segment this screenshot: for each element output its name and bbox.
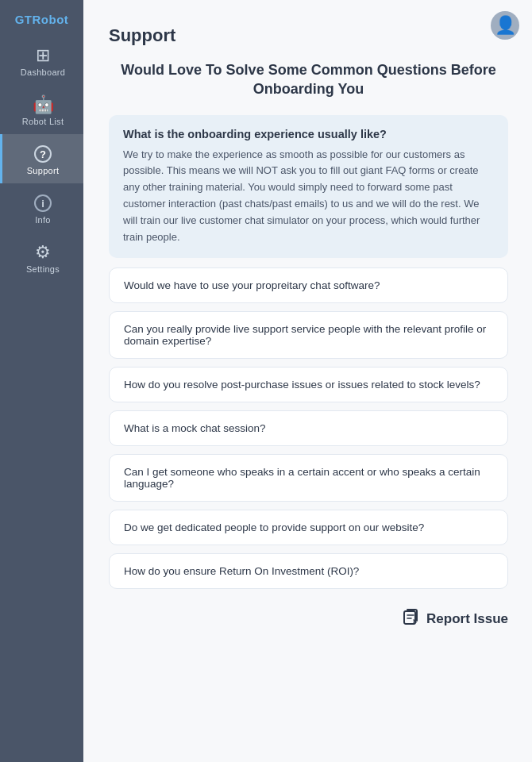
faq-question-5: Can I get someone who speaks in a certai…	[124, 466, 480, 490]
faq-item-1[interactable]: Would we have to use your propreitary ch…	[109, 267, 508, 303]
faq-question-2: Can you really provide live support serv…	[124, 323, 486, 347]
main-content: 👤 Support Would Love To Solve Some Commo…	[83, 0, 532, 762]
sidebar-item-robot-list[interactable]: 🤖 Robot List	[0, 85, 83, 134]
report-issue-label: Report Issue	[426, 611, 508, 627]
faq-item-5[interactable]: Can I get someone who speaks in a certai…	[109, 454, 508, 502]
sidebar-item-settings[interactable]: ⚙ Settings	[0, 233, 83, 282]
sidebar-item-support[interactable]: ? Support	[0, 134, 83, 183]
faq-expanded-item[interactable]: What is the onboarding experience usuall…	[109, 115, 508, 259]
support-icon: ?	[34, 145, 52, 163]
faq-item-7[interactable]: How do you ensure Return On Investment (…	[109, 553, 508, 589]
faq-question-7: How do you ensure Return On Investment (…	[124, 565, 359, 577]
faq-item-4[interactable]: What is a mock chat session?	[109, 410, 508, 446]
faq-item-2[interactable]: Can you really provide live support serv…	[109, 311, 508, 359]
faq-expanded-question: What is the onboarding experience usuall…	[123, 128, 494, 140]
robot-icon: 🤖	[33, 96, 54, 114]
sidebar-item-info[interactable]: i Info	[0, 183, 83, 233]
page-title: Support	[109, 25, 508, 46]
section-heading: Would Love To Solve Some Common Question…	[109, 60, 508, 99]
app-logo: GTRobot	[0, 0, 83, 36]
sidebar-label-robot-list: Robot List	[22, 117, 64, 126]
faq-item-6[interactable]: Do we get dedicated people to provide su…	[109, 510, 508, 545]
dashboard-icon: ⊞	[36, 47, 50, 64]
faq-question-3: How do you resolve post-purchase issues …	[124, 379, 480, 391]
logo-text: GTRobot	[15, 13, 69, 26]
faq-question-1: Would we have to use your propreitary ch…	[124, 279, 380, 291]
faq-question-6: Do we get dedicated people to provide su…	[124, 521, 424, 533]
faq-question-4: What is a mock chat session?	[124, 422, 266, 434]
sidebar-label-dashboard: Dashboard	[21, 67, 66, 77]
avatar[interactable]: 👤	[491, 11, 519, 40]
report-issue-icon	[403, 608, 420, 629]
faq-expanded-answer: We try to make the experience as smooth …	[123, 147, 494, 246]
sidebar-label-info: Info	[35, 215, 51, 225]
sidebar-label-support: Support	[27, 166, 60, 175]
sidebar-item-dashboard[interactable]: ⊞ Dashboard	[0, 36, 83, 85]
sidebar-label-settings: Settings	[26, 264, 60, 274]
settings-icon: ⚙	[35, 244, 51, 261]
sidebar: GTRobot ⊞ Dashboard 🤖 Robot List ? Suppo…	[0, 0, 83, 762]
report-issue-button[interactable]: Report Issue	[109, 608, 508, 629]
info-icon: i	[34, 194, 52, 212]
faq-item-3[interactable]: How do you resolve post-purchase issues …	[109, 367, 508, 402]
